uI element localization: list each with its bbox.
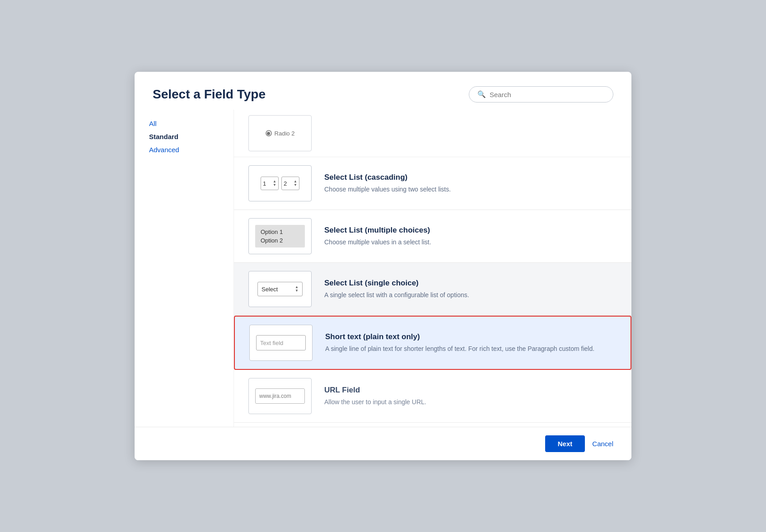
single-select: Select ▲ ▼ [257, 282, 303, 296]
cancel-button[interactable]: Cancel [592, 440, 613, 448]
modal-footer: Next Cancel [135, 427, 631, 460]
radio-filled [266, 130, 272, 136]
cascading-icon-box: 1 ▲ ▼ 2 ▲ ▼ [248, 165, 312, 201]
single-icon-box: Select ▲ ▼ [248, 271, 312, 307]
url-field-label: www.jira.com [259, 393, 291, 399]
sidebar-item-all[interactable]: All [149, 117, 219, 130]
radio-label: Radio 2 [275, 130, 295, 137]
single-field-desc: A single select list with a configurable… [324, 290, 617, 300]
field-item-short-text[interactable]: Text field Short text (plain text only) … [234, 316, 631, 370]
cascading-field-name: Select List (cascading) [324, 173, 617, 182]
multiple-field-desc: Choose multiple values in a select list. [324, 238, 617, 247]
multi-option-2: Option 2 [259, 236, 301, 245]
single-field-name: Select List (single choice) [324, 279, 617, 288]
sidebar-item-advanced[interactable]: Advanced [149, 143, 219, 156]
multiple-field-name: Select List (multiple choices) [324, 226, 617, 235]
modal-header: Select a Field Type 🔍 [135, 72, 631, 110]
content-area[interactable]: Radio 2 1 ▲ ▼ [234, 110, 631, 460]
search-box[interactable]: 🔍 [469, 86, 613, 103]
url-field-preview: www.jira.com [255, 388, 305, 404]
next-button[interactable]: Next [545, 435, 585, 452]
radio-icon-box: Radio 2 [248, 115, 312, 151]
search-icon: 🔍 [477, 90, 486, 98]
cascading-selects: 1 ▲ ▼ 2 ▲ ▼ [261, 177, 299, 190]
multi-choice-list: Option 1 Option 2 [255, 225, 305, 247]
modal-title: Select a Field Type [153, 87, 266, 102]
single-text: Select List (single choice) A single sel… [324, 279, 617, 300]
short-text-field-desc: A single line of plain text for shorter … [325, 344, 616, 354]
arrows-1: ▲ ▼ [273, 180, 276, 187]
url-field-desc: Allow the user to input a single URL. [324, 397, 617, 407]
cascading-select-2: 2 ▲ ▼ [281, 177, 299, 190]
text-icon-box: Text field [249, 325, 313, 361]
multiple-text: Select List (multiple choices) Choose mu… [324, 226, 617, 247]
url-icon-box: www.jira.com [248, 378, 312, 414]
short-text-field-name: Short text (plain text only) [325, 332, 616, 341]
sidebar: All Standard Advanced [135, 110, 234, 460]
field-item-select-cascading[interactable]: 1 ▲ ▼ 2 ▲ ▼ [234, 157, 631, 210]
modal: Select a Field Type 🔍 All Standard Advan… [135, 72, 631, 460]
cascading-select-1: 1 ▲ ▼ [261, 177, 279, 190]
url-text: URL Field Allow the user to input a sing… [324, 386, 617, 407]
url-field-name: URL Field [324, 386, 617, 395]
search-input[interactable] [490, 91, 605, 98]
modal-body: All Standard Advanced Radio 2 [135, 110, 631, 460]
arrows-2: ▲ ▼ [294, 180, 297, 187]
single-arrows: ▲ ▼ [295, 285, 299, 293]
multiple-icon-box: Option 1 Option 2 [248, 218, 312, 254]
radio-option: Radio 2 [266, 130, 295, 137]
field-item-select-single[interactable]: Select ▲ ▼ Select List (single choice) A… [234, 263, 631, 316]
short-text-content: Short text (plain text only) A single li… [325, 332, 616, 354]
sidebar-item-standard[interactable]: Standard [149, 130, 219, 143]
field-item-select-multiple[interactable]: Option 1 Option 2 Select List (multiple … [234, 210, 631, 263]
cascading-text: Select List (cascading) Choose multiple … [324, 173, 617, 194]
multi-option-1: Option 1 [259, 228, 301, 236]
text-field-label: Text field [260, 340, 283, 346]
cascading-field-desc: Choose multiple values using two select … [324, 185, 617, 194]
field-item-radio-partial[interactable]: Radio 2 [234, 110, 631, 157]
text-field-preview: Text field [256, 335, 306, 350]
field-item-url[interactable]: www.jira.com URL Field Allow the user to… [234, 370, 631, 423]
